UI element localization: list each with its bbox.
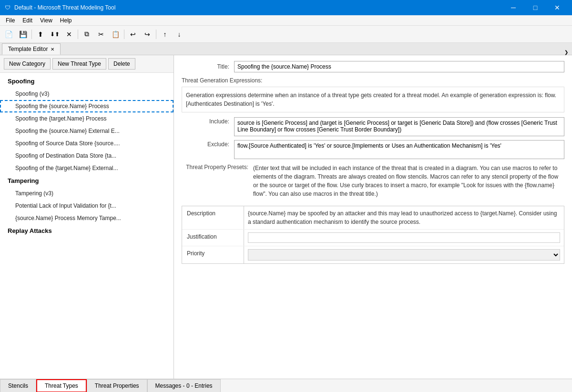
presets-justification-val [244, 230, 564, 246]
toolbar-sep-2 [78, 30, 78, 39]
list-item[interactable]: Potential Lack of Input Validation for {… [0, 200, 174, 212]
justification-input[interactable] [248, 232, 560, 243]
exclude-value[interactable]: flow.[Source Authenticated] is 'Yes' or … [234, 140, 564, 159]
tab-close-icon[interactable]: ✕ [51, 47, 54, 52]
presets-description: (Enter text that will be included in eac… [253, 164, 564, 198]
presets-section: Threat Property Presets: (Enter text tha… [182, 164, 564, 264]
delete-button[interactable]: Delete [108, 58, 135, 70]
toolbar-copy2[interactable]: ⧉ [80, 28, 93, 41]
title-row: Title: [182, 61, 564, 72]
list-item[interactable]: {source.Name} Process Memory Tampe... [0, 212, 174, 224]
list-item[interactable]: Spoofing (v3) [0, 88, 174, 100]
include-value[interactable]: source is [Generic Process] and (target … [234, 117, 564, 136]
minimize-button[interactable]: ─ [502, 0, 524, 15]
app-title: Default - Microsoft Threat Modeling Tool [14, 4, 115, 11]
include-label: Include: [182, 117, 234, 125]
toolbar-demote[interactable]: ⬇⬆ [48, 28, 61, 41]
presets-justification-row: Justification [182, 230, 564, 246]
toolbar-sep-4 [156, 30, 156, 39]
menu-help[interactable]: Help [56, 16, 76, 25]
menu-file[interactable]: File [2, 16, 19, 25]
list-item[interactable]: Spoofing of Destination Data Store {ta..… [0, 150, 174, 162]
list-item[interactable]: Spoofing the {target.Name} Process [0, 112, 174, 125]
toolbar-down[interactable]: ↓ [173, 28, 186, 41]
list-item[interactable]: Spoofing the {source.Name} Process [0, 100, 174, 112]
toolbar: 📄 💾 ⬆ ⬇⬆ ✕ ⧉ ✂ 📋 ↩ ↪ ↑ ↓ [0, 26, 572, 43]
list-item[interactable]: Spoofing of Source Data Store {source...… [0, 137, 174, 150]
tab-threat-properties[interactable]: Threat Properties [87, 379, 147, 392]
list-category: Tampering [0, 174, 174, 187]
toolbar-up[interactable]: ↑ [158, 28, 172, 41]
presets-justification-key: Justification [182, 230, 244, 246]
presets-priority-key: Priority [182, 246, 244, 263]
tab-expand-icon[interactable]: ❯ [562, 50, 570, 55]
toolbar-undo[interactable]: ↩ [126, 28, 140, 41]
toolbar-delete[interactable]: ✕ [62, 28, 76, 41]
bottom-tab-bar: Stencils Threat Types Threat Properties … [0, 379, 572, 392]
priority-select[interactable]: High Medium Low [248, 249, 560, 261]
app-icon: 🛡 [4, 4, 11, 11]
maximize-button[interactable]: □ [524, 0, 546, 15]
presets-priority-val: High Medium Low [244, 246, 564, 263]
toolbar-save[interactable]: 💾 [16, 28, 30, 41]
new-category-button[interactable]: New Category [4, 58, 51, 70]
tab-template-editor[interactable]: Template Editor ✕ [2, 43, 61, 55]
menu-edit[interactable]: Edit [19, 16, 36, 25]
title-label: Title: [182, 63, 234, 70]
generation-description: Generation expressions determine when an… [182, 87, 564, 112]
presets-priority-row: Priority High Medium Low [182, 246, 564, 263]
include-row: Include: source is [Generic Process] and… [182, 117, 564, 136]
list-category: Spoofing [0, 75, 174, 88]
list-category: Replay Attacks [0, 224, 174, 237]
menu-bar: File Edit View Help [0, 15, 572, 26]
generation-expressions-header: Threat Generation Expressions: [182, 77, 564, 84]
tab-template-editor-label: Template Editor [8, 46, 48, 52]
tab-bar: Template Editor ✕ ❯ [0, 43, 572, 55]
new-threat-type-button[interactable]: New Threat Type [52, 58, 106, 70]
list-item[interactable]: Spoofing the {source.Name} External E... [0, 125, 174, 137]
toolbar-new[interactable]: 📄 [2, 28, 15, 41]
list-item[interactable]: Spoofing of the {target.Name} External..… [0, 162, 174, 174]
presets-description-key: Description [182, 206, 244, 229]
presets-label: Threat Property Presets: [182, 164, 253, 171]
toolbar-paste[interactable]: 📋 [109, 28, 122, 41]
presets-description-row: Description {source.Name} may be spoofed… [182, 206, 564, 230]
toolbar-cut[interactable]: ✂ [94, 28, 108, 41]
presets-description-val[interactable]: {source.Name} may be spoofed by an attac… [244, 206, 564, 229]
menu-view[interactable]: View [36, 16, 56, 25]
toolbar-redo[interactable]: ↪ [141, 28, 154, 41]
exclude-label: Exclude: [182, 140, 234, 148]
close-button[interactable]: ✕ [546, 0, 568, 15]
toolbar-sep-3 [124, 30, 124, 39]
tab-threat-types[interactable]: Threat Types [36, 379, 87, 392]
title-bar: 🛡 Default - Microsoft Threat Modeling To… [0, 0, 572, 15]
presets-table: Description {source.Name} may be spoofed… [182, 206, 564, 264]
threat-list: SpoofingSpoofing (v3)Spoofing the {sourc… [0, 73, 174, 379]
left-toolbar: New Category New Threat Type Delete [0, 55, 174, 73]
left-panel: New Category New Threat Type Delete Spoo… [0, 55, 174, 379]
tab-messages[interactable]: Messages - 0 - Entries [147, 379, 221, 392]
toolbar-sep-1 [31, 30, 32, 39]
toolbar-promote[interactable]: ⬆ [34, 28, 47, 41]
title-input[interactable] [234, 61, 564, 72]
right-panel: Title: Threat Generation Expressions: Ge… [174, 55, 572, 379]
tab-stencils[interactable]: Stencils [0, 379, 36, 392]
main-content: New Category New Threat Type Delete Spoo… [0, 55, 572, 379]
exclude-row: Exclude: flow.[Source Authenticated] is … [182, 140, 564, 159]
list-item[interactable]: Tampering (v3) [0, 187, 174, 200]
